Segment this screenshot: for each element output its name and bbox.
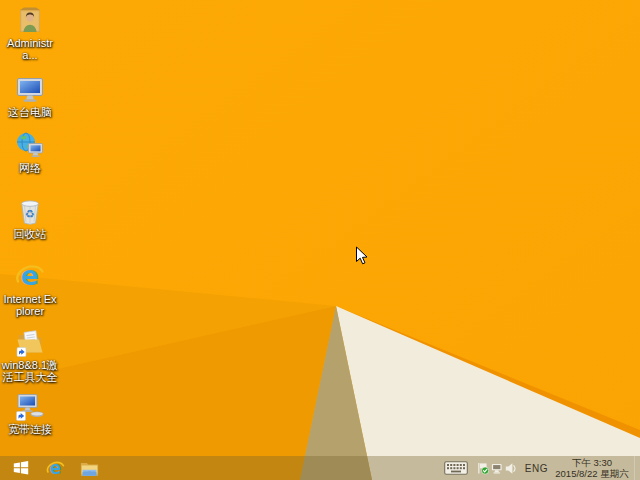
desktop-icon-label: win8&8.1激活工具大全 bbox=[1, 359, 59, 383]
taskbar: e bbox=[0, 456, 640, 480]
internet-explorer-icon: e bbox=[46, 459, 65, 478]
taskbar-left: e bbox=[0, 456, 106, 480]
clock-time: 下午 3:30 bbox=[555, 457, 629, 468]
desktop-icon-internet-explorer[interactable]: e Internet Explorer bbox=[1, 261, 59, 317]
desktop-icon-win8-activation-tools[interactable]: win8&8.1激活工具大全 bbox=[1, 327, 59, 383]
show-desktop-button[interactable] bbox=[634, 456, 640, 480]
desktop-icon-label: 回收站 bbox=[14, 228, 47, 240]
broadband-connection-icon bbox=[15, 391, 45, 421]
user-folder-icon bbox=[15, 5, 45, 35]
desktop-icon-label: Internet Explorer bbox=[1, 293, 59, 317]
network-globe-icon bbox=[15, 130, 45, 160]
computer-icon bbox=[15, 74, 45, 104]
wallpaper bbox=[0, 0, 640, 480]
language-indicator[interactable]: ENG bbox=[518, 456, 555, 480]
desktop-icon-label: 宽带连接 bbox=[8, 423, 52, 435]
system-tray: ENG 下午 3:30 2015/8/22 星期六 bbox=[441, 456, 640, 480]
volume-icon bbox=[505, 462, 517, 475]
tray-clock[interactable]: 下午 3:30 2015/8/22 星期六 bbox=[555, 457, 634, 479]
action-center-button[interactable] bbox=[477, 456, 489, 480]
explorer-taskbar-button[interactable] bbox=[72, 456, 106, 480]
language-label: ENG bbox=[525, 463, 548, 474]
network-status-icon bbox=[491, 462, 503, 475]
windows-logo-icon bbox=[13, 460, 29, 476]
touch-keyboard-button[interactable] bbox=[441, 456, 471, 480]
file-explorer-icon bbox=[80, 460, 99, 477]
touch-keyboard-icon bbox=[444, 461, 468, 475]
desktop-icon-label: 网络 bbox=[19, 162, 41, 174]
svg-text:♻: ♻ bbox=[25, 208, 35, 220]
desktop-icon-this-pc[interactable]: 这台电脑 bbox=[1, 74, 59, 118]
recycle-bin-icon: ♻ bbox=[15, 196, 45, 226]
action-center-check-icon bbox=[477, 461, 489, 475]
shortcut-arrow-badge bbox=[17, 348, 26, 357]
desktop[interactable]: Administra... 这台电脑 bbox=[0, 0, 640, 480]
desktop-icon-label: 这台电脑 bbox=[8, 106, 52, 118]
ie-taskbar-button[interactable]: e bbox=[38, 456, 72, 480]
desktop-icon-administrator[interactable]: Administra... bbox=[1, 5, 59, 61]
clock-date: 2015/8/22 星期六 bbox=[555, 468, 629, 479]
network-status-button[interactable] bbox=[491, 456, 503, 480]
open-folder-shortcut-icon bbox=[15, 327, 45, 357]
internet-explorer-icon: e bbox=[15, 261, 45, 291]
shortcut-arrow-badge bbox=[17, 412, 26, 421]
start-button[interactable] bbox=[4, 456, 38, 480]
desktop-icon-broadband-connection[interactable]: 宽带连接 bbox=[1, 391, 59, 435]
desktop-icon-network[interactable]: 网络 bbox=[1, 130, 59, 174]
volume-button[interactable] bbox=[505, 456, 517, 480]
desktop-icon-recycle-bin[interactable]: ♻ 回收站 bbox=[1, 196, 59, 240]
desktop-icon-label: Administra... bbox=[1, 37, 59, 61]
